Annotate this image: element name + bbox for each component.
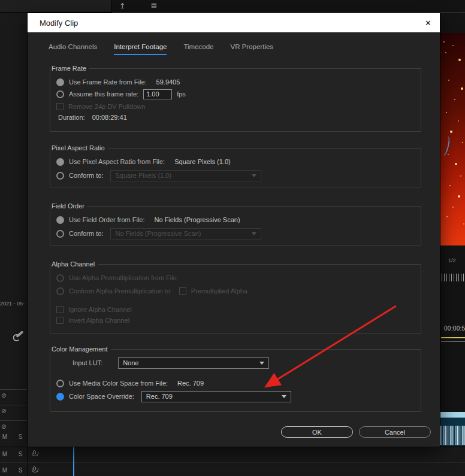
input-lut-label: Input LUT: bbox=[73, 359, 102, 366]
use-media-color-space-row: Use Media Color Space from File: Rec. 70… bbox=[56, 377, 415, 389]
ignore-alpha-label: Ignore Alpha Channel bbox=[68, 306, 132, 313]
dialog-tabs: Audio Channels Interpret Footage Timecod… bbox=[49, 43, 273, 55]
track-fx-icon[interactable]: ⊘ bbox=[1, 424, 6, 430]
mute-button[interactable]: M bbox=[1, 467, 8, 474]
conform-field-order-dropdown: No Fields (Progressive Scan) bbox=[110, 228, 261, 239]
pixel-aspect-ratio-legend: Pixel Aspect Ratio bbox=[50, 144, 108, 152]
assume-frame-rate-radio[interactable] bbox=[56, 90, 64, 98]
frame-rate-legend: Frame Rate bbox=[50, 65, 89, 72]
use-par-value: Square Pixels (1.0) bbox=[174, 158, 231, 165]
timeline-timecode: 00:00:5 bbox=[444, 325, 465, 332]
use-field-order-radio[interactable] bbox=[56, 216, 64, 224]
conform-alpha-premult-label: Conform Alpha Premultiplication to: bbox=[69, 287, 172, 295]
use-alpha-premult-radio bbox=[56, 274, 64, 282]
dialog-title: Modify Clip bbox=[40, 19, 78, 28]
mute-button[interactable]: M bbox=[1, 451, 8, 457]
duration-row: Duration: 00:08:29:41 bbox=[58, 112, 415, 123]
fps-unit-label: fps bbox=[177, 90, 186, 98]
conform-par-radio[interactable] bbox=[56, 172, 64, 180]
conform-par-dropdown-value: Square Pixels (1.0) bbox=[115, 172, 171, 179]
alpha-channel-section: Alpha Channel Use Alpha Premultiplicatio… bbox=[50, 264, 421, 333]
close-icon[interactable]: ✕ bbox=[425, 19, 431, 28]
divider bbox=[0, 462, 465, 463]
use-frame-rate-label: Use Frame Rate from File: bbox=[69, 78, 147, 86]
use-frame-rate-row: Use Frame Rate from File: 59.9405 bbox=[56, 76, 415, 88]
top-right-panel bbox=[112, 0, 465, 13]
solo-button[interactable]: S bbox=[17, 433, 24, 440]
program-monitor-preview bbox=[440, 33, 465, 245]
premultiplied-alpha-label: Premultiplied Alpha bbox=[191, 287, 247, 295]
use-media-color-space-value: Rec. 709 bbox=[177, 380, 204, 387]
conform-field-order-radio[interactable] bbox=[56, 230, 64, 238]
duration-label: Duration: bbox=[58, 114, 85, 121]
divider bbox=[28, 447, 28, 476]
use-frame-rate-value: 59.9405 bbox=[156, 78, 180, 86]
use-alpha-premult-row: Use Alpha Premultiplication from File: bbox=[56, 272, 415, 284]
track-fx-icon[interactable]: ⊘ bbox=[1, 393, 6, 399]
color-space-override-dropdown[interactable]: Rec. 709 bbox=[141, 391, 291, 402]
track-header-row: M S bbox=[1, 433, 24, 440]
cancel-button[interactable]: Cancel bbox=[359, 426, 431, 438]
export-frame-icon[interactable]: ↥ bbox=[119, 2, 125, 10]
color-space-override-radio[interactable] bbox=[56, 393, 64, 401]
ok-button[interactable]: OK bbox=[281, 426, 353, 438]
conform-par-dropdown: Square Pixels (1.0) bbox=[110, 170, 261, 181]
use-par-label: Use Pixel Aspect Ratio from File: bbox=[69, 158, 165, 165]
track-fx-icon[interactable]: ⊘ bbox=[1, 408, 6, 414]
tab-interpret-footage[interactable]: Interpret Footage bbox=[114, 43, 167, 55]
ignore-alpha-row: Ignore Alpha Channel bbox=[56, 304, 415, 315]
color-management-legend: Color Management bbox=[50, 345, 111, 353]
audio-meter-channel-label: 1/2 bbox=[448, 257, 456, 263]
dialog-titlebar[interactable]: Modify Clip ✕ bbox=[28, 13, 440, 32]
remove-pulldown-row: Remove 24p DV Pulldown bbox=[56, 101, 415, 112]
invert-alpha-row: Invert Alpha Channel bbox=[56, 315, 415, 326]
solo-button[interactable]: S bbox=[17, 451, 24, 457]
microphone-icon[interactable] bbox=[32, 450, 37, 457]
input-lut-dropdown[interactable]: None bbox=[118, 357, 269, 369]
ruler-line bbox=[441, 341, 465, 342]
modify-clip-dialog: Modify Clip ✕ Audio Channels Interpret F… bbox=[28, 13, 440, 447]
use-field-order-row: Use Field Order from File: No Fields (Pr… bbox=[56, 214, 415, 226]
use-par-radio[interactable] bbox=[56, 158, 64, 166]
tab-audio-channels[interactable]: Audio Channels bbox=[49, 43, 97, 55]
input-lut-dropdown-value: None bbox=[123, 359, 138, 366]
track-divider bbox=[0, 420, 28, 421]
conform-par-label: Conform to: bbox=[69, 172, 103, 179]
use-alpha-premult-label: Use Alpha Premultiplication from File: bbox=[69, 274, 179, 281]
conform-field-order-label: Conform to: bbox=[69, 230, 103, 237]
conform-par-row: Conform to: Square Pixels (1.0) bbox=[56, 169, 415, 181]
screen: ↥ ▤ 1/2 00:00:5 2021 - 05- ⊘ ⊘ ⊘ M S bbox=[0, 0, 465, 476]
clip-header bbox=[440, 412, 465, 418]
top-left-panel bbox=[0, 0, 111, 13]
premultiplied-alpha-checkbox bbox=[179, 287, 186, 295]
tab-timecode[interactable]: Timecode bbox=[183, 43, 213, 55]
timeline-playhead[interactable] bbox=[73, 446, 74, 476]
clip-name-label: 2021 - 05- bbox=[0, 301, 25, 307]
track-header-row: M S bbox=[1, 467, 24, 474]
use-frame-rate-radio[interactable] bbox=[56, 78, 64, 86]
ignore-alpha-checkbox bbox=[56, 306, 64, 313]
chevron-down-icon bbox=[282, 395, 286, 398]
mute-button[interactable]: M bbox=[1, 433, 8, 440]
duration-value: 00:08:29:41 bbox=[92, 114, 127, 121]
frame-rate-section: Frame Rate Use Frame Rate from File: 59.… bbox=[50, 68, 421, 132]
divider bbox=[0, 447, 465, 447]
timeline-audio-clip[interactable] bbox=[440, 412, 465, 446]
solo-button[interactable]: S bbox=[17, 467, 24, 474]
field-order-legend: Field Order bbox=[50, 202, 87, 210]
use-media-color-space-radio[interactable] bbox=[56, 380, 64, 387]
track-divider bbox=[0, 405, 28, 405]
left-panel bbox=[0, 13, 28, 476]
color-management-section: Color Management Input LUT: None Use Med… bbox=[50, 349, 421, 412]
remove-pulldown-checkbox bbox=[56, 103, 64, 110]
audio-meter-scale bbox=[442, 274, 464, 281]
panel-menu-icon[interactable]: ▤ bbox=[151, 2, 156, 8]
color-space-override-dropdown-value: Rec. 709 bbox=[146, 393, 173, 400]
chevron-down-icon bbox=[252, 174, 256, 177]
color-space-override-label: Color Space Override: bbox=[69, 393, 134, 400]
chevron-down-icon bbox=[252, 232, 256, 235]
tab-vr-properties[interactable]: VR Properties bbox=[231, 43, 274, 55]
frame-rate-input[interactable] bbox=[143, 89, 172, 99]
remove-pulldown-label: Remove 24p DV Pulldown bbox=[68, 103, 145, 110]
microphone-icon[interactable] bbox=[32, 466, 37, 474]
